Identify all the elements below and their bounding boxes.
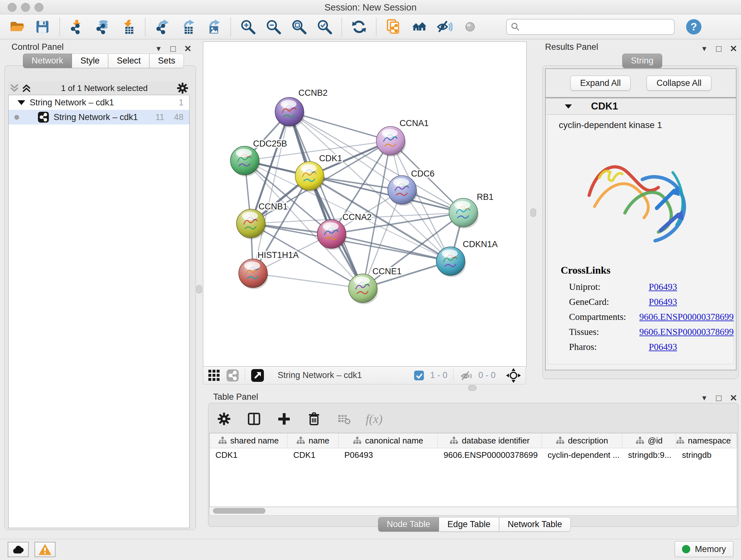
table-cell[interactable]: stringdb:9...	[622, 448, 676, 462]
selected-checkbox-icon[interactable]	[414, 370, 424, 381]
crosslink-link[interactable]: P06493	[649, 297, 677, 307]
panel-close-icon[interactable]: ✕	[730, 393, 737, 403]
help-button[interactable]: ?	[686, 19, 701, 35]
collection-expand-icon[interactable]	[17, 100, 25, 105]
network-graph[interactable]: CCNB2 CCNA1 CDC25B	[203, 42, 526, 366]
table-cell[interactable]: CDK1	[210, 448, 287, 462]
panel-menu-icon[interactable]: ▼	[155, 45, 162, 53]
search-box[interactable]	[506, 19, 675, 35]
collapse-all-icon[interactable]	[8, 82, 20, 94]
network-collection-row[interactable]: String Network – cdk1 1	[9, 95, 189, 110]
memory-button[interactable]: Memory	[675, 541, 733, 557]
column-header-database-identifier[interactable]: database identifier	[438, 433, 542, 448]
export-image-button[interactable]	[205, 18, 222, 36]
delete-column-button[interactable]	[306, 411, 322, 427]
hidden-eye-icon[interactable]	[459, 369, 473, 382]
search-input[interactable]	[520, 21, 670, 32]
protein-section-header[interactable]: CDK1	[546, 98, 736, 115]
crosslink-link[interactable]: 9606.ENSP00000378699	[639, 312, 734, 322]
network-node-cdc6[interactable]	[388, 176, 417, 206]
birds-eye-icon[interactable]	[506, 368, 521, 383]
zoom-fit-button[interactable]	[290, 18, 308, 36]
create-column-button[interactable]	[276, 411, 292, 427]
panel-float-icon[interactable]: □	[171, 44, 176, 54]
table-cell[interactable]: 9606.ENSP00000378699	[438, 448, 542, 462]
network-node-ccne1[interactable]	[348, 274, 378, 304]
column-header-shared-name[interactable]: shared name	[210, 433, 287, 448]
tab-node-table[interactable]: Node Table	[378, 517, 439, 532]
zoom-in-button[interactable]	[239, 18, 257, 36]
tab-edge-table[interactable]: Edge Table	[439, 517, 499, 532]
import-network-button[interactable]	[68, 18, 85, 36]
expand-all-button[interactable]: Expand All	[570, 76, 631, 91]
network-node-ccna2[interactable]	[317, 220, 347, 250]
network-edge[interactable]	[253, 112, 289, 273]
crosslink-link[interactable]: P06493	[649, 341, 677, 352]
section-collapse-icon[interactable]	[565, 105, 572, 109]
table-cell[interactable]: cyclin-dependent ...	[542, 448, 622, 462]
left-splitter-handle[interactable]	[196, 285, 202, 294]
panel-menu-icon[interactable]: ▼	[701, 394, 708, 402]
open-folder-button[interactable]	[8, 18, 25, 36]
table-row[interactable]: CDK1CDK1P064939606.ENSP00000378699cyclin…	[210, 448, 737, 462]
expand-all-icon[interactable]	[20, 82, 32, 94]
crosslink-link[interactable]: P06493	[649, 282, 677, 292]
save-button[interactable]	[34, 18, 51, 36]
column-header--id[interactable]: @id	[622, 433, 676, 448]
gear-icon[interactable]	[176, 82, 189, 95]
zoom-out-button[interactable]	[265, 18, 282, 36]
zoom-selected-button[interactable]	[316, 18, 333, 36]
panel-float-icon[interactable]: □	[716, 393, 722, 403]
tab-string[interactable]: String	[622, 54, 662, 68]
hide-eye-button[interactable]	[436, 18, 453, 36]
import-table-button[interactable]	[119, 18, 137, 36]
panel-close-icon[interactable]: ✕	[184, 44, 192, 54]
table-cell[interactable]: stringdb	[676, 448, 731, 462]
delete-table-button[interactable]	[336, 411, 352, 427]
bottom-splitter-handle[interactable]	[468, 385, 476, 391]
column-header-description[interactable]: description	[542, 433, 622, 448]
tab-network[interactable]: Network	[23, 54, 72, 68]
gray-eye-button[interactable]	[461, 18, 479, 36]
network-node-cdkn1a[interactable]	[436, 247, 466, 277]
network-node-ccna1[interactable]	[376, 126, 406, 157]
tab-select[interactable]: Select	[108, 54, 149, 68]
tab-network-table[interactable]: Network Table	[499, 517, 571, 532]
panel-menu-icon[interactable]: ▼	[701, 45, 708, 53]
export-network-button[interactable]	[154, 18, 171, 36]
network-node-rb1[interactable]	[449, 198, 479, 229]
panel-close-icon[interactable]: ✕	[730, 44, 737, 54]
network-edge[interactable]	[253, 273, 363, 288]
panel-float-icon[interactable]: □	[716, 44, 722, 54]
column-header-namespace[interactable]: namespace	[676, 433, 731, 448]
home-button[interactable]	[410, 18, 428, 36]
network-canvas[interactable]: CCNB2 CCNA1 CDC25B	[203, 42, 527, 367]
column-header-name[interactable]: name	[287, 433, 339, 448]
grid-view-icon[interactable]	[208, 369, 220, 382]
show-columns-button[interactable]	[246, 411, 262, 427]
collapse-all-button[interactable]: Collapse All	[647, 76, 711, 91]
network-row[interactable]: String Network – cdk1 11 48	[9, 110, 189, 125]
share-document-button[interactable]	[385, 18, 402, 36]
warning-status-button[interactable]	[35, 542, 56, 557]
import-database-button[interactable]	[94, 18, 111, 36]
export-table-button[interactable]	[179, 18, 197, 36]
function-builder-button[interactable]: f(x)	[366, 411, 383, 427]
tab-sets[interactable]: Sets	[149, 54, 184, 68]
network-view-icon[interactable]	[226, 369, 239, 382]
apply-layout-button[interactable]	[350, 18, 367, 36]
table-cell[interactable]: CDK1	[287, 448, 339, 462]
tab-style[interactable]: Style	[72, 54, 108, 68]
scrollbar-thumb[interactable]	[213, 508, 266, 514]
table-horizontal-scrollbar[interactable]	[209, 507, 737, 516]
right-splitter-handle[interactable]	[530, 208, 536, 217]
table-cell[interactable]: P06493	[339, 448, 438, 462]
crosslink-link[interactable]: 9606.ENSP00000378699	[639, 327, 734, 337]
column-header-canonical-name[interactable]: canonical name	[339, 433, 438, 448]
network-edge[interactable]	[310, 176, 463, 212]
cloud-status-button[interactable]	[8, 542, 29, 557]
detach-view-icon[interactable]	[251, 369, 264, 382]
network-node-hist1h1a[interactable]	[239, 259, 268, 289]
table-settings-button[interactable]	[216, 411, 232, 427]
network-node-cdc25b[interactable]	[230, 146, 260, 177]
